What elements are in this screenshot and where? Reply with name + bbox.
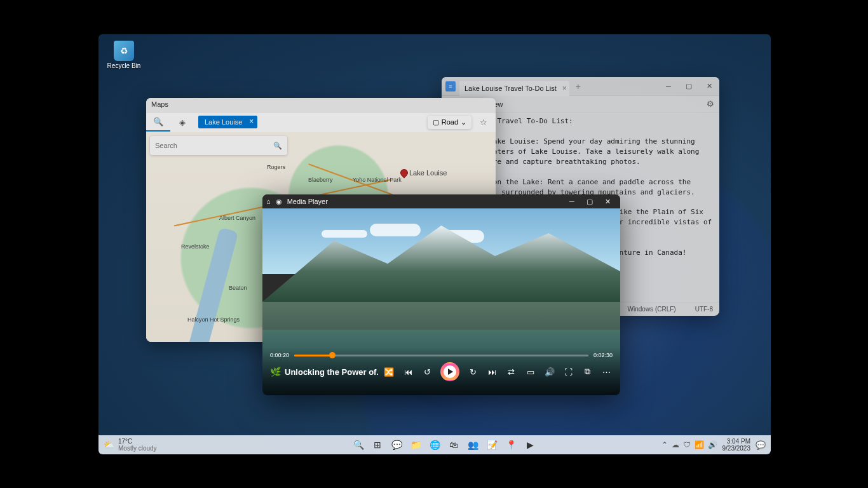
notepad-tab-title: Lake Louise Travel To-Do List — [465, 85, 557, 92]
video-thumb-icon: 🌿 — [270, 367, 281, 377]
maximize-button[interactable]: ▢ — [679, 77, 699, 96]
maps-toolbar: 🔍 ◈ Lake Louise × ▢ Road ⌄ ☆ — [146, 113, 496, 132]
task-view-icon[interactable]: ⊞ — [369, 437, 386, 453]
skip-back-icon[interactable]: ↺ — [421, 366, 433, 377]
directions-tab-icon[interactable]: ◈ — [170, 112, 194, 132]
player-titlebar[interactable]: ⌂ ◉ Media Player ─ ▢ ✕ — [262, 194, 620, 208]
location-chip-label: Lake Louise — [205, 118, 242, 126]
map-pin-label: Lake Louise — [409, 169, 447, 177]
system-tray[interactable]: ⌃ ☁ 🛡 📶 🔊 — [661, 440, 717, 449]
shuffle-icon[interactable]: 🔀 — [383, 366, 395, 377]
city-label: Blaeberry — [308, 177, 333, 183]
chevron-down-icon: ⌄ — [461, 118, 466, 126]
video-scenery — [262, 226, 620, 302]
city-label: Yoho National Park — [353, 177, 402, 183]
tray-chevron-icon[interactable]: ⌃ — [661, 440, 668, 449]
player-app-icon: ◉ — [276, 198, 282, 206]
view-mode-icon: ▢ — [433, 118, 439, 126]
close-button[interactable]: ✕ — [599, 198, 616, 206]
weather-desc: Mostly cloudy — [118, 445, 157, 452]
file-explorer-icon[interactable]: 📁 — [407, 437, 424, 453]
clock[interactable]: 3:04 PM 9/23/2023 — [722, 438, 751, 452]
search-icon[interactable]: 🔍 — [273, 142, 282, 150]
chat-icon[interactable]: 💬 — [388, 437, 405, 453]
add-tab-button[interactable]: + — [572, 81, 585, 92]
city-label: Beaton — [229, 285, 247, 291]
taskbar[interactable]: ⛅ 17°C Mostly cloudy 🔍 ⊞ 💬 📁 🌐 🛍 👥 📝 📍 ▶… — [98, 435, 771, 454]
weather-widget[interactable]: ⛅ 17°C Mostly cloudy — [104, 438, 157, 452]
minimize-button[interactable]: ─ — [563, 198, 581, 206]
desktop-viewport: Recycle Bin ≡ Lake Louise Travel To-Do L… — [98, 34, 771, 454]
play-button[interactable] — [440, 362, 459, 381]
close-tab-icon[interactable]: × — [562, 84, 567, 93]
clock-date: 9/23/2023 — [722, 445, 751, 452]
subtitles-icon[interactable]: ▭ — [525, 366, 536, 377]
player-app-name: Media Player — [287, 198, 328, 205]
city-label: Halcyon Hot Springs — [187, 316, 240, 323]
teams-icon[interactable]: 👥 — [465, 437, 481, 453]
search-input[interactable] — [155, 142, 273, 149]
edge-icon[interactable]: 🌐 — [426, 437, 443, 453]
volume-icon[interactable]: 🔊 — [544, 366, 555, 377]
recycle-bin-icon — [114, 41, 134, 61]
video-title: Unlocking the Power of... — [285, 367, 378, 377]
notepad-taskbar-icon[interactable]: 📝 — [484, 437, 500, 453]
notepad-app-icon: ≡ — [445, 81, 456, 92]
notepad-titlebar[interactable]: ≡ Lake Louise Travel To-Do List × + ─ ▢ … — [442, 77, 719, 96]
previous-icon[interactable]: ⏮ — [402, 366, 414, 377]
wifi-icon[interactable]: 📶 — [695, 440, 704, 449]
onedrive-icon[interactable]: ☁ — [672, 440, 679, 449]
fullscreen-icon[interactable]: ⛶ — [563, 366, 574, 377]
maps-taskbar-icon[interactable]: 📍 — [503, 437, 519, 453]
next-icon[interactable]: ⏭ — [486, 366, 498, 377]
maps-title: Maps — [146, 98, 496, 113]
notifications-icon[interactable]: 💬 — [756, 440, 766, 450]
total-time: 0:02:30 — [593, 352, 613, 358]
map-view-mode[interactable]: ▢ Road ⌄ — [428, 116, 471, 129]
media-player-taskbar-icon[interactable]: ▶ — [522, 437, 538, 453]
status-encoding: UTF-8 — [695, 306, 713, 313]
seek-progress — [294, 355, 332, 356]
security-icon[interactable]: 🛡 — [683, 440, 691, 449]
video-scenery — [370, 224, 421, 236]
maximize-button[interactable]: ▢ — [581, 198, 599, 206]
city-label: Revelstoke — [181, 243, 210, 250]
repeat-icon[interactable]: ⇄ — [505, 366, 517, 377]
search-tab-icon[interactable]: 🔍 — [146, 112, 170, 132]
recycle-bin-label: Recycle Bin — [105, 62, 143, 69]
mini-player-icon[interactable]: ⧉ — [582, 366, 593, 377]
view-mode-label: Road — [442, 118, 458, 126]
clock-time: 3:04 PM — [722, 438, 751, 445]
player-controls-overlay: 0:00:20 0:02:30 🌿 Unlocking the Power of… — [262, 348, 620, 395]
video-viewport[interactable]: 0:00:20 0:02:30 🌿 Unlocking the Power of… — [262, 208, 620, 395]
media-player-window[interactable]: ⌂ ◉ Media Player ─ ▢ ✕ 0:00:20 0:0 — [262, 194, 620, 395]
weather-icon: ⛅ — [104, 440, 114, 450]
volume-tray-icon[interactable]: 🔊 — [708, 440, 717, 449]
more-icon[interactable]: ⋯ — [601, 366, 613, 377]
home-icon[interactable]: ⌂ — [266, 198, 271, 205]
close-button[interactable]: ✕ — [699, 77, 719, 96]
settings-icon[interactable]: ⚙ — [707, 99, 714, 109]
minimize-button[interactable]: ─ — [658, 77, 679, 96]
close-chip-icon[interactable]: × — [249, 117, 254, 126]
store-icon[interactable]: 🛍 — [445, 437, 462, 453]
seek-bar[interactable] — [294, 355, 588, 356]
notepad-tab[interactable]: Lake Louise Travel To-Do List × — [459, 81, 569, 96]
location-chip[interactable]: Lake Louise × — [198, 116, 257, 128]
skip-forward-icon[interactable]: ↻ — [467, 366, 478, 377]
search-icon[interactable]: 🔍 — [350, 437, 367, 453]
current-time: 0:00:20 — [270, 352, 289, 358]
seek-thumb[interactable] — [329, 352, 336, 358]
favorite-icon[interactable]: ☆ — [471, 112, 496, 132]
city-label: Rogers — [267, 164, 285, 170]
taskbar-center: 🔍 ⊞ 💬 📁 🌐 🛍 👥 📝 📍 ▶ — [331, 437, 538, 453]
start-button[interactable] — [331, 437, 348, 453]
playback-controls: 🌿 Unlocking the Power of... 🔀 ⏮ ↺ ↻ ⏭ ⇄ … — [270, 362, 613, 381]
timeline: 0:00:20 0:02:30 — [270, 352, 613, 358]
weather-temp: 17°C — [118, 438, 157, 445]
city-label: Albert Canyon — [219, 215, 255, 221]
recycle-bin[interactable]: Recycle Bin — [105, 41, 143, 69]
map-search-box[interactable]: 🔍 — [150, 136, 287, 155]
status-line-ending: Windows (CRLF) — [628, 306, 676, 313]
